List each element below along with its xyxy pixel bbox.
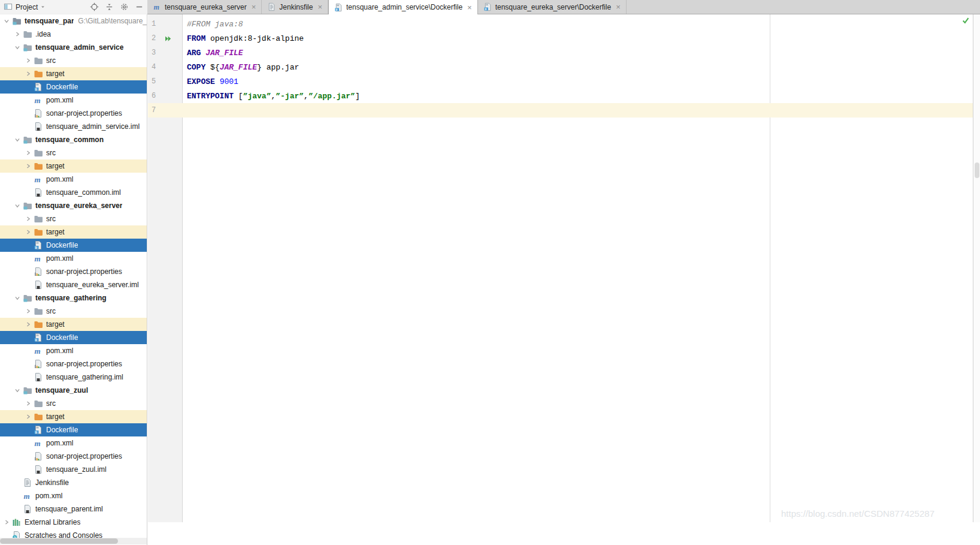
tab-close-icon[interactable]: ×	[317, 3, 322, 11]
chevron-right-icon[interactable]	[23, 149, 34, 157]
tree-row[interactable]: tensquare_common.iml	[0, 186, 147, 199]
folder-icon	[34, 214, 43, 224]
chevron-right-icon[interactable]	[23, 412, 34, 421]
inspections-ok-check-icon[interactable]	[962, 17, 970, 28]
run-dockerfile-icon[interactable]	[164, 34, 173, 43]
chevron-right-icon[interactable]	[23, 307, 34, 315]
locate-icon[interactable]	[89, 2, 99, 12]
tree-row[interactable]: tensquare_eureka_server.iml	[0, 278, 147, 291]
editor-line: 7	[148, 103, 973, 118]
chevron-down-icon[interactable]	[1, 17, 12, 25]
tree-row[interactable]: target	[0, 410, 147, 423]
chevron-down-icon[interactable]	[12, 386, 23, 395]
tree-row[interactable]: mpom.xml	[0, 489, 147, 502]
tree-row[interactable]: target	[0, 159, 147, 173]
folder-excluded-icon	[34, 227, 43, 237]
gutter-cell: 5	[148, 77, 183, 86]
editor-tab[interactable]: Dtensquare_eureka_server\Dockerfile×	[478, 0, 627, 14]
tree-row[interactable]: mpom.xml	[0, 252, 147, 265]
tree-row[interactable]: tensquare_gathering	[0, 291, 147, 305]
tree-row[interactable]: tensquare_parent.iml	[0, 502, 147, 516]
tree-row[interactable]: mpom.xml	[0, 173, 147, 186]
tree-row[interactable]: mpom.xml	[0, 436, 147, 450]
code-text: #FROM java:8	[183, 20, 243, 29]
tree-row[interactable]: tensquare_zuul.iml	[0, 463, 147, 476]
tree-row[interactable]: src	[0, 54, 147, 67]
hide-icon[interactable]	[134, 2, 144, 12]
project-toolwindow-title[interactable]: Project	[16, 3, 38, 11]
tree-row[interactable]: sonar-project.properties	[0, 265, 147, 278]
tree-item-label: sonar-project.properties	[46, 360, 122, 368]
project-tree: tensquare_parentG:\GitLab\tensquare_.ide…	[0, 14, 147, 542]
tree-row[interactable]: src	[0, 146, 147, 159]
tree-horizontal-scrollbar-thumb[interactable]	[0, 538, 118, 544]
tab-close-icon[interactable]: ×	[616, 3, 621, 11]
chevron-down-icon[interactable]	[12, 136, 23, 144]
line-number: 1	[152, 20, 160, 28]
tree-item-label: tensquare_common.iml	[46, 188, 121, 197]
tree-row[interactable]: tensquare_parentG:\GitLab\tensquare_	[0, 14, 147, 28]
chevron-right-icon[interactable]	[23, 56, 34, 65]
tree-item-label: pom.xml	[46, 439, 73, 447]
tree-row[interactable]: .idea	[0, 28, 147, 41]
tree-row[interactable]: sonar-project.properties	[0, 450, 147, 463]
collapse-all-icon[interactable]	[104, 2, 114, 12]
code-text: EXPOSE 9001	[183, 77, 238, 86]
editor-tab[interactable]: mtensquare_eureka_server×	[147, 0, 262, 14]
code-text: ENTRYPOINT [”java”,”-jar”,”/app.jar”]	[183, 92, 360, 101]
project-toolwindow-icon	[3, 2, 13, 12]
tree-row[interactable]: DDockerfile	[0, 80, 147, 94]
chevron-right-icon[interactable]	[23, 228, 34, 236]
editor-area[interactable]: 1#FROM java:82FROM openjdk:8-jdk-alpine3…	[148, 14, 980, 522]
tree-row[interactable]: sonar-project.properties	[0, 107, 147, 120]
folder-icon	[34, 399, 43, 408]
iml-file-icon	[34, 280, 43, 290]
tab-close-icon[interactable]: ×	[467, 4, 472, 11]
tree-row[interactable]: target	[0, 318, 147, 331]
tree-row[interactable]: mpom.xml	[0, 94, 147, 107]
tree-row[interactable]: DDockerfile	[0, 423, 147, 436]
tree-row[interactable]: mpom.xml	[0, 344, 147, 357]
tree-row[interactable]: DDockerfile	[0, 239, 147, 252]
chevron-right-icon[interactable]	[1, 518, 12, 526]
tree-row[interactable]: tensquare_zuul	[0, 384, 147, 397]
jenkins-file-icon	[23, 478, 32, 487]
tree-row[interactable]: DDockerfile	[0, 331, 147, 344]
editor-tab[interactable]: Jenkinsfile×	[262, 0, 328, 14]
tree-row[interactable]: tensquare_eureka_server	[0, 199, 147, 212]
tree-row[interactable]: src	[0, 212, 147, 225]
tree-row[interactable]: src	[0, 397, 147, 410]
settings-icon[interactable]	[119, 2, 129, 12]
tree-row[interactable]: tensquare_common	[0, 133, 147, 146]
chevron-right-icon[interactable]	[23, 162, 34, 170]
chevron-right-icon[interactable]	[12, 30, 23, 38]
chevron-right-icon[interactable]	[23, 215, 34, 223]
tree-row[interactable]: External Libraries	[0, 516, 147, 529]
editor-vertical-scrollbar[interactable]	[973, 14, 980, 522]
tree-item-label: tensquare_admin_service.iml	[46, 122, 140, 131]
tree-row[interactable]: src	[0, 305, 147, 318]
tree-row[interactable]: tensquare_admin_service.iml	[0, 120, 147, 133]
properties-file-icon	[34, 109, 43, 118]
folder-excluded-icon	[34, 320, 43, 329]
project-dropdown-caret-icon[interactable]	[40, 4, 46, 10]
tab-close-icon[interactable]: ×	[252, 3, 256, 11]
tree-horizontal-scrollbar[interactable]	[0, 538, 147, 544]
project-tree-panel[interactable]: tensquare_parentG:\GitLab\tensquare_.ide…	[0, 14, 147, 545]
chevron-right-icon[interactable]	[23, 70, 34, 78]
editor-tab[interactable]: Dtensquare_admin_service\Dockerfile×	[328, 0, 478, 14]
chevron-right-icon[interactable]	[23, 320, 34, 329]
tree-row[interactable]: Jenkinsfile	[0, 476, 147, 489]
tree-row[interactable]: sonar-project.properties	[0, 357, 147, 371]
tree-row[interactable]: target	[0, 67, 147, 80]
chevron-down-icon[interactable]	[12, 294, 23, 302]
tree-item-label: src	[46, 307, 56, 315]
tree-row[interactable]: target	[0, 225, 147, 239]
chevron-down-icon[interactable]	[12, 201, 23, 210]
chevron-right-icon[interactable]	[23, 399, 34, 408]
chevron-down-icon[interactable]	[12, 43, 23, 52]
tree-row[interactable]: tensquare_admin_service	[0, 41, 147, 54]
tree-row[interactable]: tensquare_gathering.iml	[0, 371, 147, 384]
tree-item-label: tensquare_eureka_server	[35, 201, 122, 210]
svg-text:m: m	[35, 175, 41, 184]
